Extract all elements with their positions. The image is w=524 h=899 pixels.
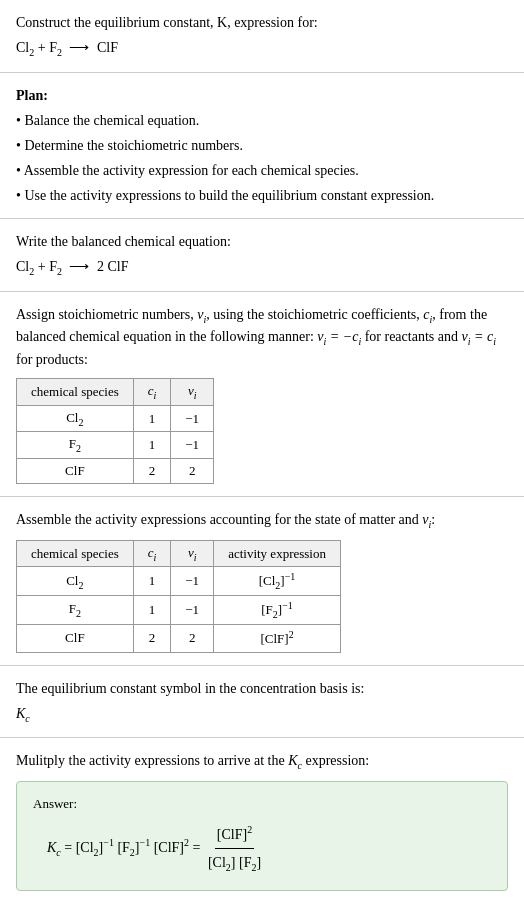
problem-label: Construct the equilibrium constant, K, e… <box>16 12 508 33</box>
species2-cl2: Cl2 <box>17 567 134 596</box>
multiply-label: Mulitply the activity expressions to arr… <box>16 750 508 773</box>
col-species-2: chemical species <box>17 540 134 567</box>
balanced-label: Write the balanced chemical equation: <box>16 231 508 252</box>
col-ci-2: ci <box>133 540 171 567</box>
table-row: Cl2 1 −1 <box>17 405 214 432</box>
stoichiometric-table: chemical species ci νi Cl2 1 −1 F2 1 −1 … <box>16 378 214 484</box>
answer-box: Answer: Kc = [Cl2]−1 [F2]−1 [ClF]2 = [Cl… <box>16 781 508 891</box>
act-cl2: [Cl2]−1 <box>214 567 341 596</box>
vi2-cl2: −1 <box>171 567 214 596</box>
activity-section: Assemble the activity expressions accoun… <box>0 497 524 666</box>
vi-cl2: −1 <box>171 405 214 432</box>
species-clf: ClF <box>17 458 134 483</box>
col-vi: νi <box>171 379 214 406</box>
ci-clf: 2 <box>133 458 171 483</box>
table-row: F2 1 −1 <box>17 432 214 459</box>
ci2-f2: 1 <box>133 596 171 625</box>
answer-formula: Kc = [Cl2]−1 [F2]−1 [ClF]2 = [ClF]2 [Cl2… <box>33 820 491 878</box>
multiply-section: Mulitply the activity expressions to arr… <box>0 738 524 899</box>
species-f2: F2 <box>17 432 134 459</box>
vi2-clf: 2 <box>171 625 214 652</box>
ci2-cl2: 1 <box>133 567 171 596</box>
ci-cl2: 1 <box>133 405 171 432</box>
stoichiometric-section: Assign stoichiometric numbers, νi, using… <box>0 292 524 497</box>
symbol-label: The equilibrium constant symbol in the c… <box>16 678 508 699</box>
vi-clf: 2 <box>171 458 214 483</box>
stoichiometric-label: Assign stoichiometric numbers, νi, using… <box>16 304 508 371</box>
plan-step-4: • Use the activity expressions to build … <box>16 185 508 206</box>
vi-f2: −1 <box>171 432 214 459</box>
col-species: chemical species <box>17 379 134 406</box>
plan-step-1: • Balance the chemical equation. <box>16 110 508 131</box>
col-activity: activity expression <box>214 540 341 567</box>
plan-step-3: • Assemble the activity expression for e… <box>16 160 508 181</box>
balanced-reaction: Cl2 + F2 ⟶ 2 ClF <box>16 256 508 279</box>
species-cl2: Cl2 <box>17 405 134 432</box>
plan-label: Plan: <box>16 85 508 106</box>
balanced-section: Write the balanced chemical equation: Cl… <box>0 219 524 292</box>
symbol-value: Kc <box>16 703 508 726</box>
symbol-section: The equilibrium constant symbol in the c… <box>0 666 524 739</box>
plan-section: Plan: • Balance the chemical equation. •… <box>0 73 524 219</box>
act-f2: [F2]−1 <box>214 596 341 625</box>
problem-section: Construct the equilibrium constant, K, e… <box>0 0 524 73</box>
ci2-clf: 2 <box>133 625 171 652</box>
activity-label: Assemble the activity expressions accoun… <box>16 509 508 532</box>
species2-f2: F2 <box>17 596 134 625</box>
answer-label: Answer: <box>33 794 491 814</box>
plan-step-2: • Determine the stoichiometric numbers. <box>16 135 508 156</box>
table-row: ClF 2 2 <box>17 458 214 483</box>
species2-clf: ClF <box>17 625 134 652</box>
col-ci: ci <box>133 379 171 406</box>
table-row: Cl2 1 −1 [Cl2]−1 <box>17 567 341 596</box>
problem-reaction: Cl2 + F2 ⟶ ClF <box>16 37 508 60</box>
vi2-f2: −1 <box>171 596 214 625</box>
table-row: ClF 2 2 [ClF]2 <box>17 625 341 652</box>
col-vi-2: νi <box>171 540 214 567</box>
act-clf: [ClF]2 <box>214 625 341 652</box>
table-row: F2 1 −1 [F2]−1 <box>17 596 341 625</box>
ci-f2: 1 <box>133 432 171 459</box>
activity-table: chemical species ci νi activity expressi… <box>16 540 341 653</box>
